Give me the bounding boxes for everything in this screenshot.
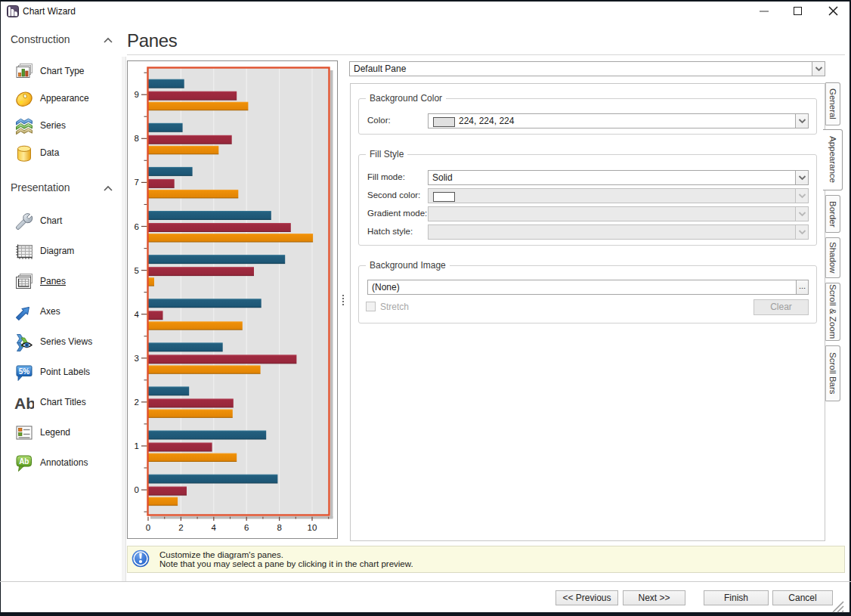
svg-text:6: 6	[135, 222, 139, 231]
svg-text:10: 10	[308, 523, 317, 532]
svg-text:0: 0	[146, 523, 150, 532]
svg-text:3: 3	[135, 354, 139, 363]
svg-text:Ab: Ab	[19, 457, 29, 466]
svg-text:Ab: Ab	[14, 395, 34, 412]
svg-text:2: 2	[178, 523, 183, 532]
svg-text:5: 5	[135, 266, 139, 275]
svg-text:6: 6	[244, 523, 249, 532]
svg-text:2: 2	[135, 398, 139, 407]
svg-text:5%: 5%	[19, 367, 30, 376]
svg-text:4: 4	[135, 310, 140, 319]
svg-text:1: 1	[135, 441, 139, 450]
svg-text:7: 7	[135, 178, 139, 187]
svg-text:8: 8	[277, 523, 281, 532]
svg-text:0: 0	[135, 485, 139, 494]
svg-text:4: 4	[212, 523, 217, 532]
svg-text:8: 8	[135, 134, 139, 143]
svg-text:9: 9	[135, 90, 139, 99]
